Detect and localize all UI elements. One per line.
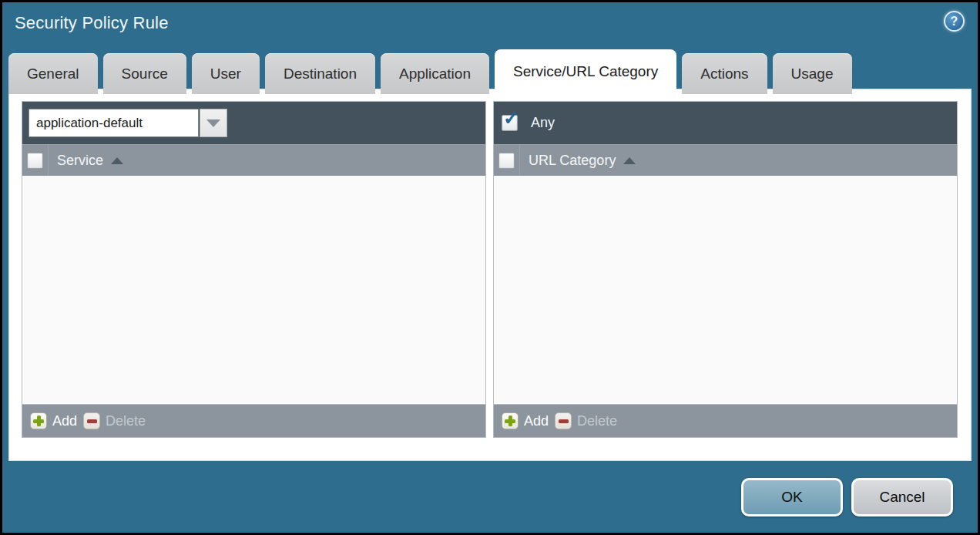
service-mode-input[interactable] — [29, 109, 199, 137]
chevron-down-icon — [206, 119, 220, 127]
service-column-label[interactable]: Service — [57, 153, 123, 169]
tab-actions[interactable]: Actions — [682, 53, 767, 94]
tab-user[interactable]: User — [192, 53, 260, 94]
ok-button[interactable]: OK — [741, 478, 843, 516]
any-row: ✓ Any — [500, 115, 555, 131]
cancel-button[interactable]: Cancel — [851, 478, 953, 516]
url-category-select-all-cell — [494, 145, 520, 176]
tab-destination[interactable]: Destination — [265, 53, 375, 94]
sort-ascending-icon — [111, 157, 123, 164]
tab-bar: General Source User Destination Applicat… — [8, 49, 852, 94]
service-panel-footer: Add Delete — [22, 404, 485, 437]
service-mode-combobox — [29, 109, 227, 137]
service-list-body[interactable] — [22, 176, 485, 404]
url-category-add-button[interactable]: Add — [502, 412, 549, 429]
tab-usage[interactable]: Usage — [773, 53, 852, 94]
help-icon[interactable]: ? — [944, 11, 965, 32]
checkmark-icon: ✓ — [503, 109, 519, 128]
tab-application[interactable]: Application — [381, 53, 489, 94]
url-category-column-label[interactable]: URL Category — [529, 153, 636, 169]
url-category-panel: ✓ Any URL Category — [493, 101, 958, 438]
service-panel-header — [22, 102, 485, 144]
tab-content-area: Service Add Delete — [8, 89, 972, 461]
service-add-button[interactable]: Add — [30, 412, 77, 429]
url-category-panel-footer: Add Delete — [494, 404, 957, 437]
tab-general[interactable]: General — [8, 53, 98, 94]
tab-service-url-category[interactable]: Service/URL Category — [495, 49, 676, 94]
service-select-all-checkbox[interactable] — [27, 153, 43, 169]
service-panel: Service Add Delete — [22, 101, 486, 438]
url-category-panel-header: ✓ Any — [494, 102, 957, 144]
sort-ascending-icon — [623, 157, 636, 164]
security-policy-rule-dialog: Security Policy Rule ? General Source Us… — [2, 2, 978, 533]
url-category-column-header-row: URL Category — [494, 144, 957, 176]
screenshot-frame: Security Policy Rule ? General Source Us… — [0, 0, 980, 535]
url-category-select-all-checkbox[interactable] — [498, 153, 515, 169]
any-label: Any — [531, 115, 555, 131]
delete-minus-icon — [555, 412, 572, 429]
url-category-list-body[interactable] — [494, 176, 957, 404]
any-checkbox[interactable]: ✓ — [502, 115, 518, 131]
service-delete-button[interactable]: Delete — [83, 412, 146, 429]
dialog-title: Security Policy Rule — [15, 13, 169, 33]
add-plus-icon — [30, 412, 47, 429]
add-plus-icon — [502, 412, 519, 429]
service-column-header-row: Service — [22, 144, 485, 176]
delete-minus-icon — [83, 412, 100, 429]
url-category-delete-button[interactable]: Delete — [555, 412, 617, 429]
service-select-all-cell — [22, 145, 49, 176]
service-mode-dropdown-button[interactable] — [200, 109, 227, 137]
tab-source[interactable]: Source — [103, 53, 186, 94]
